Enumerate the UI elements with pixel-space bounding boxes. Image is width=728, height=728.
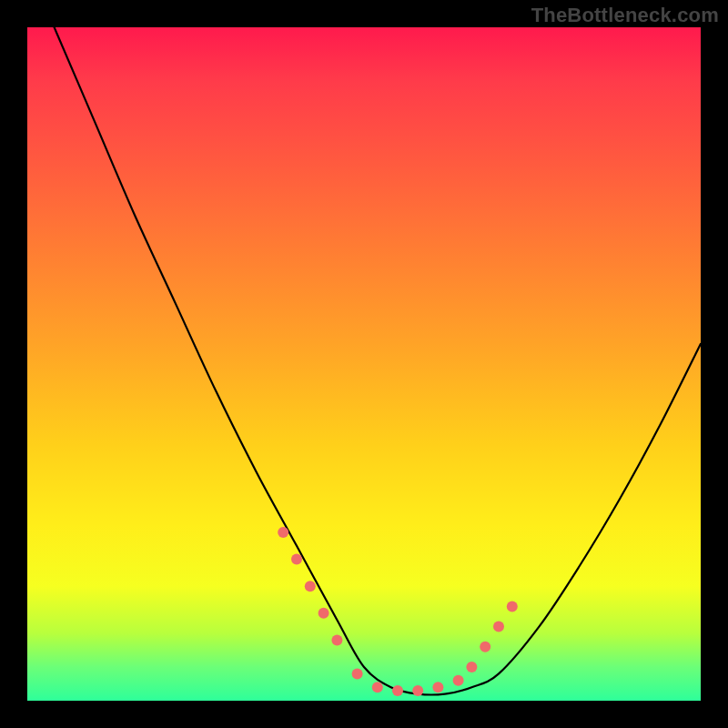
highlight-dot: [493, 622, 504, 632]
highlight-dot: [352, 668, 363, 679]
highlight-dots: [278, 527, 518, 696]
plot-area: [27, 27, 701, 701]
highlight-dot: [291, 554, 302, 565]
highlight-dot: [372, 682, 383, 693]
highlight-dot: [453, 675, 464, 686]
highlight-dot: [331, 634, 342, 645]
highlight-dot: [432, 682, 443, 693]
highlight-dot: [392, 685, 403, 696]
highlight-dot: [305, 581, 316, 592]
chart-frame: TheBottleneck.com: [0, 0, 728, 728]
highlight-dot: [412, 685, 423, 696]
highlight-dot: [480, 642, 490, 652]
highlight-dot: [507, 601, 518, 612]
highlight-dot: [466, 662, 477, 672]
highlight-dot: [278, 527, 288, 538]
highlight-dot: [318, 608, 329, 619]
curve-svg: [27, 27, 701, 701]
bottleneck-curve: [55, 27, 701, 695]
attribution-label: TheBottleneck.com: [531, 4, 719, 27]
